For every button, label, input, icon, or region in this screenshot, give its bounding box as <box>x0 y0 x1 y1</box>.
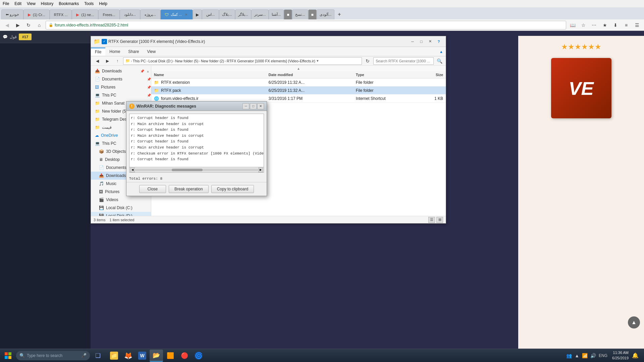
tab-more8[interactable]: آلودی... <box>317 9 334 19</box>
lang-label[interactable]: ENG <box>599 353 607 358</box>
address-bar[interactable]: 🔒 forum.video-effects.ir/thread28285-2.h… <box>46 21 566 29</box>
tab-more7[interactable]: ■ <box>308 9 317 19</box>
tab-5[interactable]: دانلود... <box>120 9 140 19</box>
path-dropdown[interactable]: ▾ <box>317 59 319 63</box>
tab-more3[interactable]: سردر... <box>251 9 269 19</box>
taskbar-app-7[interactable]: 🔴 <box>178 350 191 362</box>
path-rtfx[interactable]: RTFX Generator [1000 FX elements] (Video… <box>227 59 315 63</box>
tab-more6[interactable]: نسخ... <box>292 9 308 19</box>
ribbon-tab-share[interactable]: Share <box>124 48 143 55</box>
tab-more4[interactable]: آشنا... <box>269 9 284 19</box>
menu-history[interactable]: History <box>41 1 53 6</box>
view-details-btn[interactable]: ☰ <box>428 217 435 223</box>
forward-button[interactable]: ▶ <box>13 21 22 29</box>
menu-bookmarks[interactable]: Bookmarks <box>59 1 79 6</box>
chat-tab-id[interactable]: #17 <box>19 34 32 40</box>
mic-icon[interactable]: 🎤 <box>81 353 87 358</box>
scroll-right-btn[interactable]: ▶ <box>258 168 263 172</box>
scrollbar-track[interactable] <box>135 169 258 171</box>
back-button[interactable]: ◀ <box>3 21 11 29</box>
explorer-help-btn[interactable]: ? <box>434 38 443 45</box>
sidebar-item-localc[interactable]: 💾 Local Disk (C:) <box>91 204 151 212</box>
sidebar-button[interactable]: ≡ <box>622 21 631 29</box>
ribbon-tab-view[interactable]: View <box>143 48 160 55</box>
network-icon[interactable]: 📶 <box>582 353 588 358</box>
app-menu-button[interactable]: ☰ <box>633 21 641 29</box>
bookmarks-button[interactable]: ☆ <box>579 21 588 29</box>
tab-more[interactable]: بلاگ... <box>219 9 235 19</box>
taskbar-app-word[interactable]: W <box>136 350 149 362</box>
start-button[interactable] <box>1 350 15 362</box>
explorer-path[interactable]: 📁 › This PC › Local Disk (D:) › New fold… <box>123 57 362 65</box>
tab-0[interactable]: ⬅ خودرو <box>1 9 23 19</box>
scroll-left-btn[interactable]: ◀ <box>130 168 135 172</box>
taskbar-search-bar[interactable]: 🔍 Type here to search 🎤 <box>16 351 90 360</box>
reload-button[interactable]: ↻ <box>24 21 33 29</box>
tab-more2[interactable]: بلاگر... <box>235 9 251 19</box>
path-folder5[interactable]: New folder (5) <box>175 59 198 63</box>
sidebar-item-thispc-quick[interactable]: 💻 This PC 📌 <box>91 91 151 99</box>
scrollbar-thumb[interactable] <box>172 169 203 171</box>
menu-help[interactable]: Help <box>99 1 107 6</box>
col-size-header[interactable]: Size <box>413 73 446 77</box>
col-date-header[interactable]: Date modified <box>266 73 353 77</box>
sidebar-item-downloads-quick[interactable]: 📥 Downloads 📌 ▲ <box>91 67 151 75</box>
explorer-search-input[interactable] <box>373 57 434 65</box>
message-area[interactable]: r: Corrupt header is found r: Main archi… <box>129 114 264 167</box>
taskbar-app-6[interactable]: 🟧 <box>164 350 177 362</box>
tab-arrow-next[interactable]: ▶ <box>193 9 202 19</box>
filelist-sort-arrow[interactable]: ▲ <box>151 66 446 71</box>
break-operation-button[interactable]: Break operation <box>169 185 209 193</box>
taskbar-app-8[interactable]: 🌀 <box>192 350 205 362</box>
reader-view-button[interactable]: 📖 <box>568 21 577 29</box>
taskbar-app-firefox[interactable]: 🦊 <box>121 350 135 362</box>
explorer-up-btn[interactable]: ↑ <box>113 57 122 65</box>
tab-7-close[interactable]: ✕ <box>184 12 189 17</box>
close-button[interactable]: Close <box>139 185 166 193</box>
dialog-maximize-btn[interactable]: □ <box>250 103 257 109</box>
view-large-btn[interactable]: ⊞ <box>436 217 443 223</box>
tab-8[interactable]: اس... <box>202 9 219 19</box>
ribbon-expand-btn[interactable]: ▲ <box>437 48 446 55</box>
tab-new[interactable]: + <box>334 9 344 19</box>
sidebar-item-locald[interactable]: 💾 Local Disk (D:) <box>91 212 151 216</box>
file-row-1[interactable]: 📁 RTFX pack 6/25/2019 11:32 A... File fo… <box>151 86 446 95</box>
explorer-forward-btn[interactable]: ▶ <box>103 57 112 65</box>
expand-systray-icon[interactable]: ▲ <box>575 353 579 358</box>
col-type-header[interactable]: Type <box>353 73 413 77</box>
sidebar-item-pictures-quick[interactable]: 🖼 Pictures 📌 <box>91 83 151 91</box>
path-disk[interactable]: Local Disk (D:) <box>148 59 172 63</box>
explorer-refresh-btn[interactable]: ↻ <box>363 57 372 65</box>
file-row-0[interactable]: 📁 RTFX extension 6/25/2019 11:32 A... Fi… <box>151 78 446 86</box>
menu-file[interactable]: File <box>3 1 9 6</box>
dialog-close-btn[interactable]: ✕ <box>257 103 264 109</box>
taskview-button[interactable]: ❑ <box>91 350 105 362</box>
path-folder2[interactable]: New folder (2) <box>201 59 224 63</box>
menu-view[interactable]: View <box>27 1 36 6</box>
explorer-minimize-btn[interactable]: ─ <box>408 38 417 45</box>
tab-3[interactable]: ▶ (1) ne... <box>72 9 98 19</box>
explorer-maximize-btn[interactable]: □ <box>417 38 426 45</box>
extensions-button[interactable]: ⋯ <box>590 21 598 29</box>
people-icon[interactable]: 👥 <box>566 353 572 358</box>
explorer-back-btn[interactable]: ◀ <box>93 57 102 65</box>
scroll-up-button[interactable]: ▲ <box>628 316 640 328</box>
horizontal-scrollbar[interactable]: ◀ ▶ <box>129 167 264 173</box>
tab-4[interactable]: Frees... <box>98 9 119 19</box>
volume-icon[interactable]: 🔊 <box>590 353 596 358</box>
download-button[interactable]: ⬇ <box>611 21 620 29</box>
ribbon-tab-home[interactable]: Home <box>105 48 124 55</box>
menu-edit[interactable]: Edit <box>14 1 21 6</box>
taskbar-app-explorer[interactable]: 📁 <box>107 350 121 362</box>
copy-clipboard-button[interactable]: Copy to clipboard <box>211 185 254 193</box>
taskbar-app-files[interactable]: 📂 <box>150 350 163 362</box>
col-name-header[interactable]: Name <box>151 73 266 77</box>
explorer-close-btn[interactable]: ✕ <box>426 38 434 45</box>
dialog-minimize-btn[interactable]: ─ <box>243 103 249 109</box>
tab-6[interactable]: پروژه... <box>140 9 160 19</box>
star-button[interactable]: ★ <box>600 21 609 29</box>
sidebar-item-videos[interactable]: 🎬 Videos <box>91 196 151 204</box>
tab-more5[interactable]: ■ <box>284 9 292 19</box>
tab-1[interactable]: ▶ (1) Cr... <box>23 9 50 19</box>
sidebar-item-documents-quick[interactable]: 📄 Documents 📌 <box>91 75 151 83</box>
